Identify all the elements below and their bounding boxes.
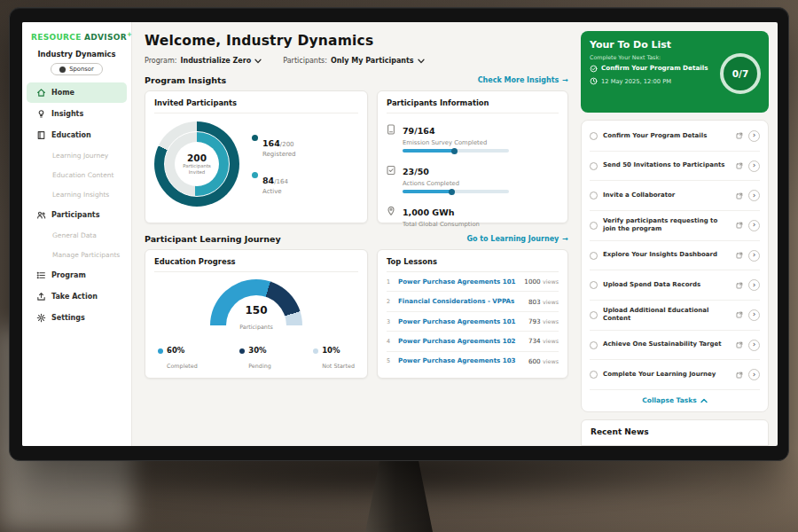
go-to-learning-journey-link[interactable]: Go to Learning Journey → (466, 235, 568, 243)
external-link-icon (736, 341, 743, 348)
lesson-rank: 5 (387, 357, 393, 364)
task-label: Upload Additional Educational Content (603, 307, 731, 323)
task-checkbox[interactable] (590, 281, 598, 289)
program-filter[interactable]: Program: Industrialize Zero (145, 57, 262, 65)
sidebar-item-label: Home (51, 89, 74, 97)
external-link-icon (736, 132, 743, 139)
todo-task-list: Confirm Your Program Details › Send 50 I… (590, 121, 760, 390)
sidebar-item-manage-participants[interactable]: Manage Participants (27, 246, 127, 264)
task-chevron-button[interactable]: › (748, 250, 760, 262)
task-chevron-button[interactable]: › (748, 309, 760, 321)
task-chevron-button[interactable]: › (748, 220, 760, 231)
task-chevron-button[interactable]: › (748, 130, 760, 142)
sidebar-item-label: Learning Journey (52, 152, 108, 160)
task-checkbox[interactable] (590, 162, 598, 170)
todo-summary-card: Your To Do List Complete Your Next Task:… (581, 31, 769, 113)
task-checkbox[interactable] (590, 341, 598, 349)
todo-task-row[interactable]: Upload Spend Data Records › (590, 270, 760, 301)
sidebar: RESOURCE ADVISOR+ Industry Dynamics Spon… (22, 22, 132, 446)
list-icon (36, 270, 46, 280)
sidebar-item-program[interactable]: Program (27, 265, 127, 286)
todo-task-row[interactable]: Achieve One Sustainability Target › (590, 331, 760, 361)
section-title-program-insights: Program Insights (145, 75, 226, 85)
sponsor-badge-label: Sponsor (69, 66, 94, 73)
sidebar-item-home[interactable]: Home (27, 82, 127, 103)
lesson-views: 793 views (528, 317, 559, 325)
participants-filter-label: Participants: (283, 57, 327, 65)
task-chevron-button[interactable]: › (748, 279, 760, 291)
todo-task-row[interactable]: Upload Additional Educational Content › (590, 301, 760, 331)
task-label: Verify participants requesting to join t… (603, 217, 731, 233)
sidebar-item-learning-journey[interactable]: Learning Journey (27, 146, 127, 165)
lesson-row: 4 Power Purchase Agreements 102 734 view… (387, 332, 559, 351)
todo-task-row[interactable]: Send 50 Invitations to Participants › (590, 152, 760, 182)
check-more-insights-link[interactable]: Check More Insights → (478, 76, 568, 84)
info-row-actions: 23/50 Actions Completed (387, 161, 559, 193)
task-checkbox[interactable] (590, 371, 598, 379)
check-circle-icon (590, 65, 598, 73)
legend-dot (313, 348, 318, 354)
task-checkbox[interactable] (590, 222, 598, 230)
monitor-bezel: RESOURCE ADVISOR+ Industry Dynamics Spon… (9, 7, 789, 461)
lesson-views: 734 views (528, 337, 559, 345)
todo-task-row[interactable]: Confirm Your Program Details › (590, 121, 760, 152)
external-link-icon (736, 222, 743, 229)
participants-filter[interactable]: Participants: Only My Participants (283, 57, 424, 65)
sidebar-item-take-action[interactable]: Take Action (27, 286, 127, 307)
invited-participants-card: Invited Participants 200 Participants In… (145, 90, 368, 223)
sidebar-item-label: Take Action (51, 293, 98, 301)
top-lessons-card: Top Lessons 1 Power Purchase Agreements … (377, 249, 568, 379)
sidebar-item-general-data[interactable]: General Data (27, 226, 127, 245)
todo-title: Your To Do List (590, 39, 760, 51)
lesson-link[interactable]: Power Purchase Agreements 103 (398, 357, 523, 364)
external-link-icon (736, 311, 743, 318)
external-link-icon (736, 252, 743, 259)
sidebar-item-education[interactable]: Education (27, 125, 127, 145)
todo-task-row[interactable]: Verify participants requesting to join t… (590, 211, 760, 241)
lesson-link[interactable]: Power Purchase Agreements 101 (398, 278, 519, 286)
task-chevron-button[interactable]: › (748, 190, 760, 201)
todo-task-row[interactable]: Explore Your Insights Dashboard › (590, 241, 760, 271)
location-pin-icon (387, 202, 396, 231)
lesson-link[interactable]: Power Purchase Agreements 102 (398, 338, 523, 345)
next-task[interactable]: Confirm Your Program Details (590, 65, 716, 73)
collapse-tasks-button[interactable]: Collapse Tasks (590, 390, 760, 411)
program-insights-header: Program Insights Check More Insights → (145, 75, 568, 85)
dashboard-screen: RESOURCE ADVISOR+ Industry Dynamics Spon… (22, 22, 778, 446)
task-chevron-button[interactable]: › (748, 369, 760, 380)
task-chevron-button[interactable]: › (748, 160, 760, 172)
task-label: Achieve One Sustainability Target (603, 340, 731, 348)
actions-progress-bar (403, 190, 509, 193)
external-link-icon (736, 162, 743, 169)
external-link-icon (736, 192, 743, 200)
gauge-legend: 60% Completed 30% Pending (154, 338, 358, 372)
info-row-emission-survey: 79/164 Emission Survey Completed (387, 121, 559, 153)
sidebar-item-participants[interactable]: Participants (27, 205, 127, 225)
lesson-row: 3 Power Purchase Agreements 101 793 view… (387, 312, 559, 332)
external-link-icon (736, 372, 743, 379)
sidebar-item-settings[interactable]: Settings (27, 308, 127, 328)
todo-task-row[interactable]: Complete Your Learning Journey › (590, 360, 760, 390)
lesson-row: 5 Power Purchase Agreements 103 600 view… (387, 352, 559, 371)
sidebar-item-label: Program (51, 271, 86, 279)
sidebar-item-label: Settings (51, 314, 85, 322)
sponsor-badge[interactable]: Sponsor (51, 63, 103, 75)
sidebar-item-label: General Data (52, 231, 97, 239)
sidebar-item-learning-insights[interactable]: Learning Insights (27, 185, 127, 204)
sidebar-item-insights[interactable]: Insights (27, 104, 127, 124)
task-checkbox[interactable] (590, 132, 598, 140)
task-checkbox[interactable] (590, 252, 598, 260)
sidebar-item-education-content[interactable]: Education Content (27, 166, 127, 184)
resource-advisor-logo: RESOURCE ADVISOR+ (22, 31, 131, 42)
chevron-up-icon (700, 398, 708, 403)
todo-task-row[interactable]: Invite a Collaborator › (590, 181, 760, 211)
card-title: Top Lessons (387, 257, 559, 272)
task-checkbox[interactable] (590, 192, 598, 200)
lesson-link[interactable]: Power Purchase Agreements 101 (398, 318, 523, 325)
task-checkbox[interactable] (590, 311, 598, 319)
program-filter-value: Industrialize Zero (180, 57, 251, 65)
lesson-link[interactable]: Financial Considerations - VPPAs (398, 298, 523, 305)
task-chevron-button[interactable]: › (748, 340, 760, 351)
task-label: Upload Spend Data Records (603, 281, 731, 289)
sidebar-item-label: Education (51, 131, 91, 139)
